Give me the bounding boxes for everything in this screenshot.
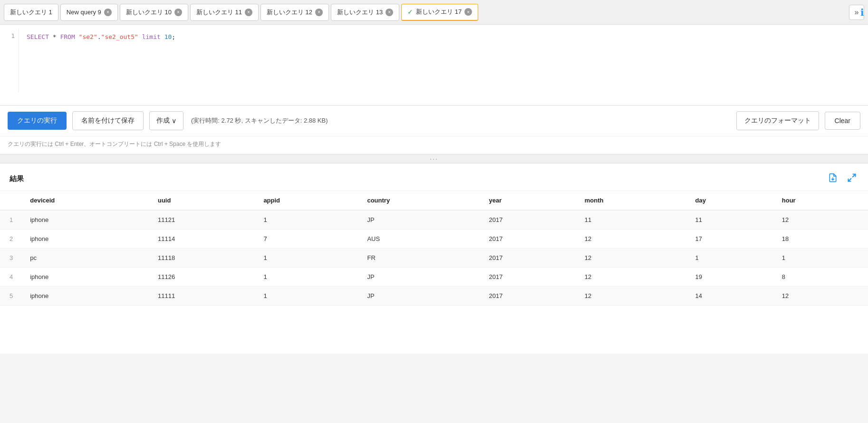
cell-hour: 1 <box>772 249 868 268</box>
results-header: 結果 <box>0 163 868 191</box>
column-header-country: country <box>357 191 479 210</box>
cell-hour: 12 <box>772 287 868 306</box>
cell-appid: 1 <box>254 287 357 306</box>
cell-appid: 7 <box>254 230 357 249</box>
cell-appid: 1 <box>254 249 357 268</box>
tab-label: 新しいクエリ 10 <box>126 8 172 17</box>
cell-year: 2017 <box>479 268 575 287</box>
run-query-button[interactable]: クエリの実行 <box>8 112 67 130</box>
cell-day: 11 <box>686 210 772 230</box>
tab-tab4[interactable]: 新しいクエリ 11× <box>190 4 259 21</box>
cell-hour: 12 <box>772 210 868 230</box>
tab-label: 新しいクエリ 12 <box>267 8 312 17</box>
column-header-appid: appid <box>254 191 357 210</box>
cell-country: JP <box>357 268 479 287</box>
tab-tab1[interactable]: 新しいクエリ 1 <box>4 4 58 21</box>
execution-info: (実行時間: 2.72 秒, スキャンしたデータ: 2.88 KB) <box>191 116 328 125</box>
cell-deviceid: iphone <box>20 287 148 306</box>
cell-year: 2017 <box>479 230 575 249</box>
column-header-deviceid: deviceid <box>20 191 148 210</box>
cell-day: 19 <box>686 268 772 287</box>
results-table-wrap: deviceiduuidappidcountryyearmonthdayhour… <box>0 191 868 313</box>
cell-deviceid: pc <box>20 249 148 268</box>
expand-results-button[interactable] <box>845 171 858 187</box>
cell-month: 12 <box>575 230 686 249</box>
check-icon: ✓ <box>407 8 413 16</box>
tab-label: 新しいクエリ 17 <box>416 8 462 16</box>
tab-close-button[interactable]: × <box>104 9 112 16</box>
results-title: 結果 <box>10 174 24 183</box>
cell-country: JP <box>357 287 479 306</box>
cell-uuid: 11114 <box>148 230 254 249</box>
column-header-uuid: uuid <box>148 191 254 210</box>
cell-uuid: 11121 <box>148 210 254 230</box>
cell-appid: 1 <box>254 268 357 287</box>
cell-month: 12 <box>575 268 686 287</box>
column-header-year: year <box>479 191 575 210</box>
cell-country: FR <box>357 249 479 268</box>
format-query-button[interactable]: クエリのフォーマット <box>736 111 819 130</box>
cell-deviceid: iphone <box>20 268 148 287</box>
save-query-button[interactable]: 名前を付けて保存 <box>72 111 144 130</box>
tab-close-button[interactable]: × <box>464 8 472 16</box>
cell-uuid: 11111 <box>148 287 254 306</box>
tab-label: New query 9 <box>67 9 101 16</box>
tab-close-button[interactable]: × <box>245 9 252 16</box>
cell-month: 12 <box>575 287 686 306</box>
create-label: 作成 <box>156 116 170 125</box>
tab-label: 新しいクエリ 11 <box>196 8 242 17</box>
tab-close-button[interactable]: × <box>315 9 323 16</box>
tab-label: 新しいクエリ 13 <box>337 8 383 17</box>
row-number: 2 <box>0 230 20 249</box>
tab-tab7[interactable]: ✓新しいクエリ 17× <box>401 4 478 21</box>
cell-deviceid: iphone <box>20 230 148 249</box>
tab-tab2[interactable]: New query 9× <box>60 4 118 21</box>
row-number: 3 <box>0 249 20 268</box>
panel-resizer[interactable]: ··· <box>0 154 868 163</box>
row-number: 5 <box>0 287 20 306</box>
cell-day: 1 <box>686 249 772 268</box>
cell-year: 2017 <box>479 249 575 268</box>
cell-month: 12 <box>575 249 686 268</box>
results-table: deviceiduuidappidcountryyearmonthdayhour… <box>0 191 868 306</box>
row-number: 4 <box>0 268 20 287</box>
clear-button[interactable]: Clear <box>825 112 860 130</box>
cell-uuid: 11118 <box>148 249 254 268</box>
info-icon[interactable]: ℹ <box>860 7 864 18</box>
chevron-down-icon: ∨ <box>172 117 176 125</box>
cell-hour: 18 <box>772 230 868 249</box>
tab-tab5[interactable]: 新しいクエリ 12× <box>260 4 329 21</box>
toolbar: クエリの実行 名前を付けて保存 作成 ∨ (実行時間: 2.72 秒, スキャン… <box>0 106 868 136</box>
column-header-month: month <box>575 191 686 210</box>
cell-country: AUS <box>357 230 479 249</box>
tab-close-button[interactable]: × <box>174 9 182 16</box>
tab-label: 新しいクエリ 1 <box>10 8 52 17</box>
cell-hour: 8 <box>772 268 868 287</box>
cell-year: 2017 <box>479 210 575 230</box>
cell-uuid: 11126 <box>148 268 254 287</box>
cell-deviceid: iphone <box>20 210 148 230</box>
results-actions <box>826 171 858 187</box>
download-results-button[interactable] <box>826 171 839 187</box>
cell-appid: 1 <box>254 210 357 230</box>
cell-day: 17 <box>686 230 772 249</box>
row-number: 1 <box>0 210 20 230</box>
cell-year: 2017 <box>479 287 575 306</box>
tab-tab6[interactable]: 新しいクエリ 13× <box>331 4 399 21</box>
column-header-day: day <box>686 191 772 210</box>
create-button[interactable]: 作成 ∨ <box>149 111 183 130</box>
row-number-header <box>0 191 20 210</box>
column-header-hour: hour <box>772 191 868 210</box>
table-row: 2iphone111147AUS2017121718 <box>0 230 868 249</box>
table-row: 4iphone111261JP201712198 <box>0 268 868 287</box>
results-area: 結果 deviceiduuidappidc <box>0 163 868 354</box>
code-editor[interactable]: SELECT * FROM "se2"."se2_out5" limit 10; <box>19 29 868 92</box>
cell-month: 11 <box>575 210 686 230</box>
table-row: 1iphone111211JP2017111112 <box>0 210 868 230</box>
table-row: 5iphone111111JP2017121412 <box>0 287 868 306</box>
cell-day: 14 <box>686 287 772 306</box>
cell-country: JP <box>357 210 479 230</box>
tab-tab3[interactable]: 新しいクエリ 10× <box>120 4 188 21</box>
tab-close-button[interactable]: × <box>386 9 393 16</box>
table-row: 3pc111181FR20171211 <box>0 249 868 268</box>
